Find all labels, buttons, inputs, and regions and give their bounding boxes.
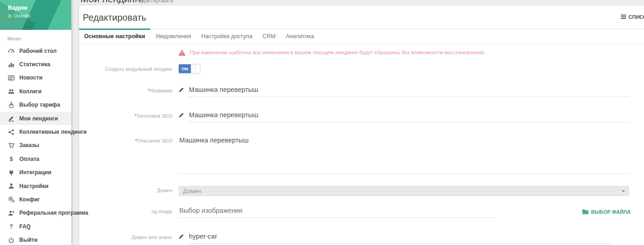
user-status: Онлайн (8, 13, 30, 18)
tab-bar: Основные настройки Уведомления Настройки… (79, 28, 644, 44)
sidebar-item-dashboard[interactable]: Рабочий стол (0, 44, 71, 57)
sidebar-item-tariff[interactable]: Выбор тарифа (0, 98, 71, 112)
dashboard-icon (7, 47, 15, 54)
card-title: Редактировать (83, 12, 146, 23)
sidebar-item-label: Коллеги (19, 88, 42, 95)
alias-input[interactable] (188, 233, 612, 244)
toggle-knob (191, 64, 196, 73)
name-input[interactable] (188, 86, 629, 97)
sidebar-item-my-landings[interactable]: Мои лендинги (0, 112, 71, 125)
domain-select[interactable]: Домен (178, 186, 629, 196)
sidebar-item-label: Статистика (19, 61, 50, 68)
sidebar-item-news[interactable]: Новости (0, 71, 71, 85)
sidebar-item-label: Рабочий стол (19, 48, 57, 54)
warning-banner: При изменении шаблона все изменения в ва… (178, 47, 629, 58)
sidebar-item-label: Конфиг (19, 196, 40, 203)
pencil-icon (178, 112, 184, 118)
seo-description-textarea[interactable]: Машинка перевертыш (178, 136, 629, 174)
sidebar-item-label: Новости (19, 74, 42, 81)
field-label: Домен (79, 186, 172, 193)
sidebar-item-collective-landings[interactable]: Коллективные лендинги (0, 125, 71, 138)
tab-analytics[interactable]: Аналитика (280, 29, 319, 43)
field-seo-title: *Заголовок SEO (79, 111, 644, 122)
share-icon (7, 129, 15, 136)
stats-icon (7, 61, 15, 68)
tab-content: При изменении шаблона все изменения в ва… (79, 47, 644, 244)
user-icon (7, 182, 15, 189)
field-label: *Заголовок SEO (79, 111, 172, 119)
cogs-icon (7, 196, 15, 203)
question-icon: ? (7, 223, 15, 230)
profile-header: Вадим Онлайн (0, 0, 71, 30)
field-label: *Описание SEO (79, 136, 172, 143)
og-image-input[interactable] (178, 207, 496, 218)
sidebar-item-label: Оплата (19, 156, 39, 162)
tab-crm[interactable]: CRM (257, 29, 280, 43)
tab-notifications[interactable]: Уведомления (150, 29, 196, 43)
page-title: Мои лендинги (80, 0, 143, 5)
field-label: og:image (79, 207, 172, 214)
sidebar-item-label: Заказы (19, 142, 39, 148)
domain-select-placeholder: Домен (183, 188, 201, 194)
news-icon (7, 74, 15, 81)
modular-landing-toggle[interactable]: ON (178, 64, 200, 74)
tariff-icon (7, 102, 15, 108)
sidebar-item-label: Коллективные лендинги (19, 129, 86, 135)
sidebar-item-label: Выйти (19, 237, 38, 243)
online-dot-icon (8, 14, 11, 18)
field-seo-description: *Описание SEO Машинка перевертыш (79, 136, 644, 174)
choose-file-button[interactable]: ВЫБОР ФАЙЛА (582, 207, 631, 215)
warning-text: При изменении шаблона все изменения в ва… (190, 50, 485, 55)
sidebar-item-label: Реферальная программа (19, 210, 88, 216)
choose-file-label: ВЫБОР ФАЙЛА (591, 209, 631, 215)
list-icon (621, 14, 627, 20)
pencil-icon (178, 87, 184, 93)
sidebar-item-colleagues[interactable]: Коллеги (0, 85, 71, 98)
plug-icon (7, 169, 15, 176)
field-label: Создать модульный лендинг (79, 64, 172, 72)
tab-access-settings[interactable]: Настройки доступа (196, 29, 257, 43)
sidebar-item-payment[interactable]: $ Оплата (0, 152, 71, 165)
sidebar-item-label: Мои лендинги (19, 115, 58, 122)
toggle-on-label: ON (179, 64, 191, 73)
sidebar-item-label: Выбор тарифа (19, 102, 60, 108)
list-button[interactable]: СПИСОК (621, 14, 644, 20)
main-area: Мои лендинги Редактировать Редактировать… (71, 0, 644, 245)
sidebar-item-statistics[interactable]: Статистика (0, 57, 71, 71)
sidebar-item-label: Интеграции (19, 169, 51, 176)
edit-card: Редактировать СПИСОК Основные настройки … (79, 6, 644, 245)
seo-title-input[interactable] (188, 111, 629, 122)
field-label: Домен или алиас (79, 233, 172, 240)
sidebar-item-settings[interactable]: Настройки (0, 179, 71, 193)
pencil-icon (178, 234, 184, 239)
card-header: Редактировать СПИСОК (79, 6, 644, 28)
sidebar-item-orders[interactable]: Заказы (0, 139, 71, 152)
sidebar-item-label: FAQ (19, 223, 31, 230)
field-name: *Название (79, 86, 644, 97)
cart-icon (7, 142, 15, 149)
field-modular-landing: Создать модульный лендинг ON (79, 64, 644, 74)
user-plus-icon (7, 210, 15, 217)
status-label: Онлайн (14, 13, 30, 18)
menu-section-label: Меню (0, 30, 71, 44)
sidebar-item-label: Настройки (19, 183, 48, 189)
sidebar-item-referral[interactable]: Реферальная программа (0, 206, 71, 220)
sidebar-item-logout[interactable]: Выйти (0, 233, 71, 245)
sidebar-item-faq[interactable]: ? FAQ (0, 220, 71, 233)
tab-main-settings[interactable]: Основные настройки (79, 28, 150, 43)
field-og-image: og:image ВЫБОР ФАЙЛА (79, 207, 644, 218)
breadcrumb: Редактировать (135, 0, 173, 4)
field-domain: Домен Домен (79, 186, 644, 196)
sidebar: Вадим Онлайн Меню Рабочий стол Статистик… (0, 0, 71, 245)
my-landings-icon (7, 115, 15, 122)
colleagues-icon (7, 88, 15, 95)
chevron-down-icon (621, 190, 625, 192)
power-icon (7, 237, 15, 244)
sidebar-item-integrations[interactable]: Интеграции (0, 166, 71, 179)
list-button-label: СПИСОК (628, 14, 644, 20)
sidebar-item-config[interactable]: Конфиг (0, 193, 71, 206)
field-alias: Домен или алиас (79, 233, 644, 244)
dollar-icon: $ (7, 156, 15, 162)
field-label: *Название (79, 86, 172, 93)
folder-icon (582, 209, 589, 215)
